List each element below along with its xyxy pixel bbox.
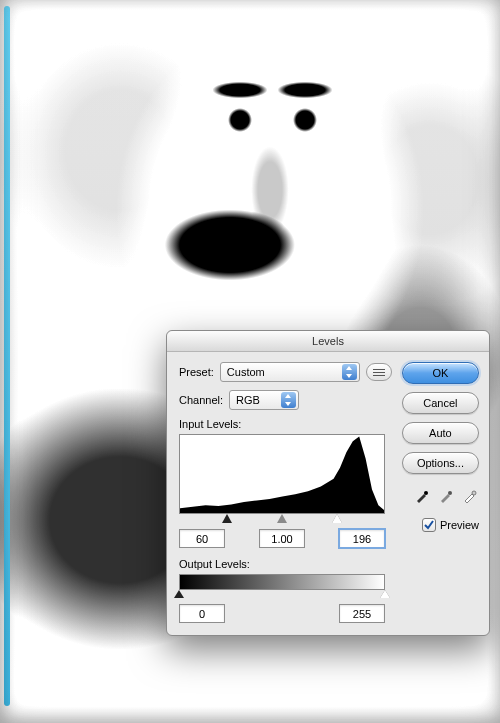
output-white-handle[interactable] [380, 590, 390, 598]
options-button[interactable]: Options... [402, 452, 479, 474]
levels-dialog: Levels Preset: Custom Channel: RGB [166, 330, 490, 636]
black-point-handle[interactable] [222, 514, 232, 523]
input-white-field[interactable]: 196 [339, 529, 385, 548]
svg-point-2 [472, 491, 476, 495]
menu-icon [373, 372, 385, 373]
output-black-field[interactable]: 0 [179, 604, 225, 623]
dialog-title: Levels [167, 331, 489, 352]
preview-label: Preview [440, 519, 479, 531]
ok-button[interactable]: OK [402, 362, 479, 384]
output-levels-slider[interactable] [179, 590, 385, 602]
output-gradient [179, 574, 385, 590]
output-black-handle[interactable] [174, 590, 184, 598]
stepper-icon [342, 364, 357, 380]
input-black-field[interactable]: 60 [179, 529, 225, 548]
preset-label: Preset: [179, 366, 214, 378]
svg-point-1 [448, 491, 452, 495]
output-white-field[interactable]: 255 [339, 604, 385, 623]
histogram [179, 434, 385, 514]
white-point-handle[interactable] [332, 514, 342, 523]
gray-eyedropper-icon[interactable] [437, 486, 455, 504]
input-levels-slider[interactable] [179, 513, 385, 527]
preset-dropdown[interactable]: Custom [220, 362, 360, 382]
cancel-button[interactable]: Cancel [402, 392, 479, 414]
gamma-handle[interactable] [277, 514, 287, 523]
eyedropper-group [402, 486, 479, 504]
channel-value: RGB [236, 394, 277, 406]
input-gamma-field[interactable]: 1.00 [259, 529, 305, 548]
channel-dropdown[interactable]: RGB [229, 390, 299, 410]
svg-point-0 [424, 491, 428, 495]
black-eyedropper-icon[interactable] [413, 486, 431, 504]
stepper-icon [281, 392, 296, 408]
preset-menu-button[interactable] [366, 363, 392, 381]
white-eyedropper-icon[interactable] [461, 486, 479, 504]
output-levels-label: Output Levels: [179, 558, 392, 570]
preset-value: Custom [227, 366, 338, 378]
preview-checkbox[interactable] [422, 518, 436, 532]
input-levels-label: Input Levels: [179, 418, 392, 430]
auto-button[interactable]: Auto [402, 422, 479, 444]
channel-label: Channel: [179, 394, 223, 406]
